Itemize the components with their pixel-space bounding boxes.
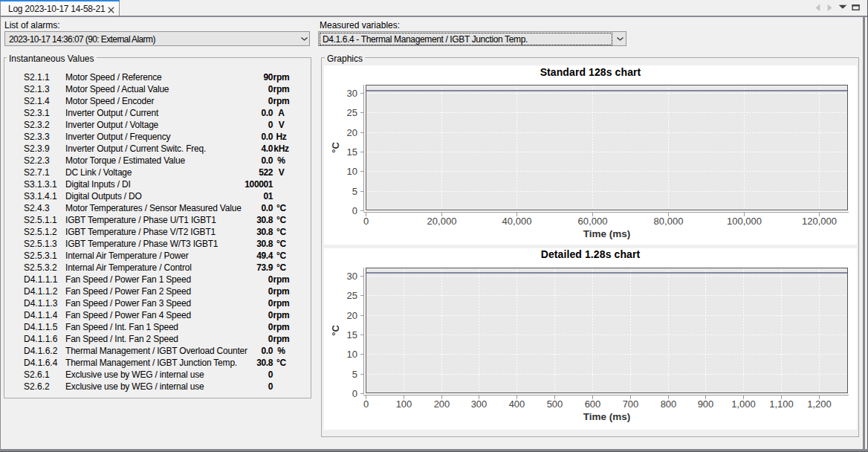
svg-text:200: 200 [434, 398, 450, 410]
svg-text:20: 20 [347, 310, 357, 321]
svg-text:0: 0 [363, 216, 369, 227]
svg-text:0: 0 [363, 398, 369, 410]
svg-text:°C: °C [330, 142, 341, 153]
svg-text:1,000: 1,000 [731, 398, 756, 410]
svg-text:30: 30 [347, 271, 357, 282]
svg-text:80,000: 80,000 [654, 216, 684, 227]
svg-text:Detailed 1.28s chart: Detailed 1.28s chart [541, 248, 641, 260]
svg-text:10: 10 [347, 349, 357, 360]
svg-text:600: 600 [585, 398, 601, 410]
svg-text:10: 10 [347, 166, 357, 177]
svg-text:5: 5 [352, 369, 357, 380]
svg-text:60,000: 60,000 [578, 216, 608, 227]
svg-text:20,000: 20,000 [427, 216, 457, 227]
svg-text:300: 300 [471, 398, 488, 410]
svg-text:700: 700 [623, 398, 639, 410]
svg-text:100,000: 100,000 [727, 216, 762, 227]
svg-text:25: 25 [347, 107, 357, 118]
svg-text:0: 0 [352, 388, 357, 399]
svg-text:500: 500 [547, 398, 563, 410]
svg-text:100: 100 [396, 398, 412, 410]
svg-text:Time (ms): Time (ms) [583, 228, 631, 239]
svg-text:0: 0 [352, 205, 357, 216]
svg-text:Time (ms): Time (ms) [583, 411, 631, 422]
svg-text:5: 5 [352, 186, 357, 197]
svg-text:20: 20 [347, 127, 357, 138]
svg-text:Standard 128s chart: Standard 128s chart [540, 66, 641, 78]
svg-text:15: 15 [347, 329, 357, 340]
svg-text:15: 15 [347, 146, 357, 158]
svg-text:800: 800 [661, 398, 677, 410]
svg-text:900: 900 [698, 398, 714, 410]
svg-text:400: 400 [509, 398, 525, 410]
svg-text:40,000: 40,000 [502, 216, 532, 227]
svg-text:°C: °C [330, 325, 341, 336]
svg-text:25: 25 [347, 290, 357, 301]
svg-text:120,000: 120,000 [802, 216, 837, 227]
svg-text:30: 30 [347, 88, 357, 99]
svg-text:1,100: 1,100 [769, 398, 794, 410]
svg-text:1,200: 1,200 [807, 398, 832, 410]
